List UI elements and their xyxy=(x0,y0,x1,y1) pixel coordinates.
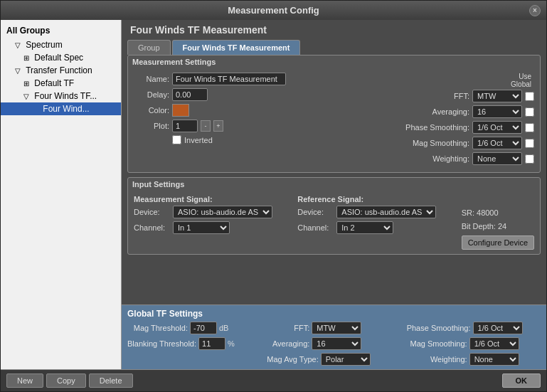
global-phase-smoothing-label: Phase Smoothing: xyxy=(407,324,471,332)
plot-controls: - + xyxy=(172,120,223,132)
phase-smoothing-global-checkbox[interactable] xyxy=(525,123,534,132)
name-row: Name: xyxy=(134,73,290,85)
sidebar-item-four-wind[interactable]: Four Wind... xyxy=(1,102,121,115)
sr-info: SR: 48000 Bit Depth: 24 xyxy=(462,206,534,233)
footer-left: New Copy Delete xyxy=(6,374,133,388)
global-weighting-select[interactable]: NoneABC xyxy=(469,353,519,366)
tab-group[interactable]: Group xyxy=(127,40,171,55)
plot-increment[interactable]: + xyxy=(213,120,223,132)
measurement-settings-header: Measurement Settings xyxy=(128,55,540,68)
ref-device-row: Device: ASIO: usb-audio.de ASIO dr... xyxy=(297,206,455,218)
inverted-checkbox[interactable] xyxy=(172,135,181,144)
dialog-title: Measurement Config xyxy=(228,5,319,16)
sidebar: All Groups ▽ Spectrum ⊞ Default Spec ▽ T… xyxy=(1,20,122,369)
global-empty-row xyxy=(127,353,261,366)
color-picker[interactable] xyxy=(172,104,189,117)
mag-smoothing-global-checkbox[interactable] xyxy=(525,139,534,148)
global-mag-threshold-unit: dB xyxy=(219,324,230,332)
sidebar-item-transfer-function[interactable]: ▽ Transfer Function xyxy=(1,64,121,77)
ref-device-label: Device: xyxy=(297,208,334,216)
close-button[interactable]: × xyxy=(529,5,541,16)
global-blanking-threshold-label: Blanking Threshold: xyxy=(127,339,196,348)
delete-button[interactable]: Delete xyxy=(89,374,133,388)
weighting-select[interactable]: NoneABC xyxy=(472,152,522,165)
averaging-label: Averaging: xyxy=(432,107,469,116)
global-avg-type-select[interactable]: PolarLogLinear xyxy=(321,353,371,366)
sidebar-item-default-spec[interactable]: ⊞ Default Spec xyxy=(1,51,121,64)
inverted-label: Inverted xyxy=(184,136,213,144)
ref-channel-select[interactable]: In 1In 2 xyxy=(336,221,393,234)
name-input[interactable] xyxy=(172,73,286,85)
measurement-settings-section: Measurement Settings Name: xyxy=(127,55,541,173)
footer: New Copy Delete OK xyxy=(1,369,546,391)
plot-decrement[interactable]: - xyxy=(201,120,211,132)
sidebar-item-four-winds-tf[interactable]: ▽ Four Winds TF... xyxy=(1,90,121,102)
meas-channel-select[interactable]: In 1In 2 xyxy=(173,221,230,234)
global-weighting-row: Weighting: NoneABC xyxy=(407,353,541,366)
meas-device-select[interactable]: ASIO: usb-audio.de ASIO dr... xyxy=(173,206,272,218)
right-panel: Four Winds TF Measurement Group Four Win… xyxy=(122,20,546,369)
meas-device-row: Device: ASIO: usb-audio.de ASIO dr... xyxy=(134,206,292,218)
main-content: All Groups ▽ Spectrum ⊞ Default Spec ▽ T… xyxy=(1,20,546,369)
fft-global-checkbox[interactable] xyxy=(525,92,534,101)
reference-signal-title: Reference Signal: xyxy=(297,195,455,203)
plot-label: Plot: xyxy=(134,122,169,130)
fft-row: FFT: MTWFFTOctave xyxy=(299,90,534,102)
phase-smoothing-select[interactable]: None1/24 Oct1/12 Oct1/6 Oct1/3 Oct xyxy=(472,121,522,134)
tab-four-winds[interactable]: Four Winds TF Measurement xyxy=(172,40,301,55)
sidebar-item-spectrum[interactable]: ▽ Spectrum xyxy=(1,38,121,51)
ref-device-select[interactable]: ASIO: usb-audio.de ASIO dr... xyxy=(336,206,436,218)
global-phase-smoothing-select[interactable]: None1/24 Oct1/12 Oct1/6 Oct1/3 Oct xyxy=(473,322,523,334)
input-settings-body: Measurement Signal: Device: ASIO: usb-au… xyxy=(128,191,540,254)
delay-input[interactable] xyxy=(172,88,208,101)
global-settings-grid: Mag Threshold: dB FFT: MTWFFTOctave Phas… xyxy=(127,322,541,366)
global-mag-threshold-input[interactable] xyxy=(190,322,217,334)
plot-input[interactable] xyxy=(172,120,198,132)
expand-icon: ▽ xyxy=(15,67,23,75)
global-fft-label: FFT: xyxy=(267,324,309,332)
inverted-row: Inverted xyxy=(172,135,290,144)
global-fft-row: FFT: MTWFFTOctave xyxy=(267,322,400,334)
sections: Measurement Settings Name: xyxy=(122,55,546,304)
measurement-signal-title: Measurement Signal: xyxy=(134,195,292,203)
tabs: Group Four Winds TF Measurement xyxy=(122,40,546,55)
fft-label: FFT: xyxy=(454,92,469,100)
global-mag-smoothing-select[interactable]: None1/24 Oct1/12 Oct1/6 Oct1/3 Oct xyxy=(469,337,519,350)
phase-smoothing-row: Phase Smoothing: None1/24 Oct1/12 Oct1/6… xyxy=(299,121,534,134)
device-info-col: SR: 48000 Bit Depth: 24 Configure Device xyxy=(462,195,534,250)
plot-row: Plot: - + xyxy=(134,120,290,132)
global-blanking-threshold-input[interactable] xyxy=(198,337,225,350)
global-blanking-threshold-row: Blanking Threshold: % xyxy=(127,337,261,350)
phase-smoothing-label: Phase Smoothing: xyxy=(405,123,469,132)
weighting-global-checkbox[interactable] xyxy=(525,154,534,164)
measurement-settings-body: Name: Delay: Color: xyxy=(128,68,540,172)
global-mag-smoothing-row: Mag Smoothing: None1/24 Oct1/12 Oct1/6 O… xyxy=(407,337,541,350)
ref-channel-label: Channel: xyxy=(297,223,334,232)
global-settings-bar: Global TF Settings Mag Threshold: dB FFT… xyxy=(122,304,546,369)
global-fft-select[interactable]: MTWFFTOctave xyxy=(312,322,361,334)
input-settings-header: Input Settings xyxy=(128,178,540,191)
global-avg-type-row: Mag Avg Type: PolarLogLinear xyxy=(267,353,400,366)
dialog: Measurement Config × All Groups ▽ Spectr… xyxy=(0,0,547,392)
new-button[interactable]: New xyxy=(6,374,43,388)
copy-button[interactable]: Copy xyxy=(46,374,86,388)
global-averaging-select[interactable]: 12481632 xyxy=(312,337,361,350)
mag-smoothing-select[interactable]: None1/24 Oct1/12 Oct1/6 Oct1/3 Oct xyxy=(472,137,522,149)
fft-select[interactable]: MTWFFTOctave xyxy=(472,90,522,102)
sidebar-item-default-tf[interactable]: ⊞ Default TF xyxy=(1,77,121,90)
averaging-global-checkbox[interactable] xyxy=(525,107,534,117)
mag-smoothing-row: Mag Smoothing: None1/24 Oct1/12 Oct1/6 O… xyxy=(299,137,534,149)
configure-device-button[interactable]: Configure Device xyxy=(462,235,534,250)
averaging-select[interactable]: 12481632 xyxy=(472,105,522,118)
input-settings-section: Input Settings Measurement Signal: Devic… xyxy=(127,177,541,255)
meas-channel-row: Channel: In 1In 2 xyxy=(134,221,292,234)
global-averaging-row: Averaging: 12481632 xyxy=(267,337,400,350)
expand-icon: ⊞ xyxy=(23,54,32,62)
title-bar: Measurement Config × xyxy=(1,1,546,20)
mag-smoothing-label: Mag Smoothing: xyxy=(413,139,469,147)
expand-icon: ⊞ xyxy=(23,80,32,88)
reference-signal-col: Reference Signal: Device: ASIO: usb-audi… xyxy=(297,195,455,250)
ok-button[interactable]: OK xyxy=(502,374,541,388)
measurement-signal-col: Measurement Signal: Device: ASIO: usb-au… xyxy=(134,195,292,250)
global-mag-threshold-row: Mag Threshold: dB xyxy=(127,322,261,334)
